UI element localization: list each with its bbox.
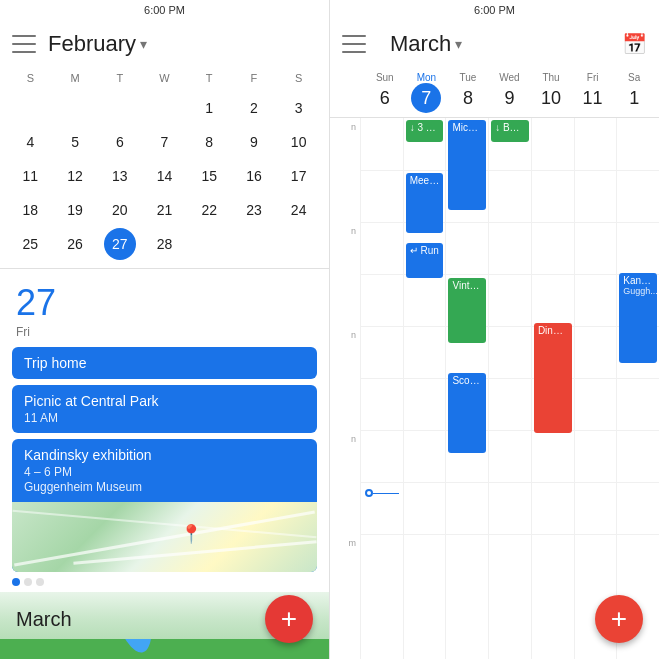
calendar-day-9[interactable]: 9 bbox=[238, 126, 270, 158]
time-empty3 bbox=[330, 382, 360, 434]
calendar-day-2[interactable]: 2 bbox=[238, 92, 270, 124]
event-kandinsky-time: 4 – 6 PM bbox=[24, 465, 305, 479]
time-n2: n bbox=[330, 226, 360, 278]
right-header-left: March ▾ bbox=[342, 31, 462, 57]
calendar-divider bbox=[0, 268, 329, 269]
events-list: Trip home Picnic at Central Park 11 AM K… bbox=[0, 347, 329, 572]
right-hamburger-icon[interactable] bbox=[342, 35, 366, 53]
tue-event-vintage[interactable]: Vintage clothes... bbox=[448, 278, 486, 343]
week-day-fri[interactable]: Fri 11 bbox=[572, 68, 614, 117]
calendar-day-19[interactable]: 19 bbox=[59, 194, 91, 226]
calendar-day-13[interactable]: 13 bbox=[104, 160, 136, 192]
hamburger-icon[interactable] bbox=[12, 35, 36, 53]
calendar-day-8[interactable]: 8 bbox=[193, 126, 225, 158]
calendar-day-12[interactable]: 12 bbox=[59, 160, 91, 192]
calendar-day-18[interactable]: 18 bbox=[14, 194, 46, 226]
calendar-day-6[interactable]: 6 bbox=[104, 126, 136, 158]
right-fab-button[interactable]: + bbox=[595, 595, 643, 643]
calendar-day-24[interactable]: 24 bbox=[283, 194, 315, 226]
event-date-number: 27 bbox=[16, 285, 56, 321]
scroll-dot-inactive-2 bbox=[36, 578, 44, 586]
mon-event-3re[interactable]: ↓ 3 Re... bbox=[406, 120, 444, 142]
calendar-day-11[interactable]: 11 bbox=[14, 160, 46, 192]
calendar-day-28[interactable]: 28 bbox=[148, 228, 180, 260]
left-month-title[interactable]: February ▾ bbox=[48, 31, 147, 57]
calendar-day-3[interactable]: 3 bbox=[283, 92, 315, 124]
calendar-day-20[interactable]: 20 bbox=[104, 194, 136, 226]
calendar-day-17[interactable]: 17 bbox=[283, 160, 315, 192]
tue-event-michel[interactable]: Michel... bbox=[448, 120, 486, 210]
day-col-thu: Dinner at Joe's bbox=[531, 118, 574, 659]
calendar-day-16[interactable]: 16 bbox=[238, 160, 270, 192]
time-n3: n bbox=[330, 330, 360, 382]
calendar-day-25[interactable]: 25 bbox=[14, 228, 46, 260]
calendar-day-7[interactable]: 7 bbox=[148, 126, 180, 158]
day-col-fri bbox=[574, 118, 617, 659]
time-gutter: n n n n m bbox=[330, 118, 360, 659]
event-trip-home[interactable]: Trip home bbox=[12, 347, 317, 379]
calendar-day-1[interactable]: 1 bbox=[193, 92, 225, 124]
right-header: March ▾ 📅 bbox=[330, 20, 659, 68]
day-col-wed: ↓ Buy f... bbox=[488, 118, 531, 659]
time-m: m bbox=[330, 538, 360, 590]
scroll-dot-inactive bbox=[24, 578, 32, 586]
calendar-day-26[interactable]: 26 bbox=[59, 228, 91, 260]
right-month-dropdown[interactable]: ▾ bbox=[455, 36, 462, 52]
calendar-day-4[interactable]: 4 bbox=[14, 126, 46, 158]
event-trip-home-title: Trip home bbox=[24, 355, 305, 371]
calendar-day-23[interactable]: 23 bbox=[238, 194, 270, 226]
calendar-day-14[interactable]: 14 bbox=[148, 160, 180, 192]
day-col-tue: Michel... Vintage clothes... Scott's bir… bbox=[445, 118, 488, 659]
week-day-thu[interactable]: Thu 10 bbox=[530, 68, 572, 117]
calendar-day-21[interactable]: 21 bbox=[148, 194, 180, 226]
calendar-day-empty bbox=[148, 92, 180, 124]
scroll-dot-active bbox=[12, 578, 20, 586]
left-fab-button[interactable]: + bbox=[265, 595, 313, 643]
calendar-day-10[interactable]: 10 bbox=[283, 126, 315, 158]
mon-event-meet[interactable]: Meet C... bbox=[406, 173, 444, 233]
time-gutter-header bbox=[334, 68, 364, 117]
day-header-t2: T bbox=[187, 68, 232, 88]
calendar-weeks: 1 2 3 4 5 6 7 8 9 10 11 12 13 14 15 16 bbox=[8, 92, 321, 260]
week-day-tue[interactable]: Tue 8 bbox=[447, 68, 489, 117]
tue-event-scotts[interactable]: Scott's birthda... bbox=[448, 373, 486, 453]
map-pin-icon: 📍 bbox=[180, 523, 196, 543]
calendar-day-empty bbox=[59, 92, 91, 124]
wed-event-buyf[interactable]: ↓ Buy f... bbox=[491, 120, 529, 142]
event-kandinsky-location: Guggenheim Museum bbox=[24, 480, 305, 494]
mon-event-run[interactable]: ↵ Run bbox=[406, 243, 444, 278]
event-picnic[interactable]: Picnic at Central Park 11 AM bbox=[12, 385, 317, 433]
week-day-wed[interactable]: Wed 9 bbox=[489, 68, 531, 117]
calendar-day-22[interactable]: 22 bbox=[193, 194, 225, 226]
event-kandinsky[interactable]: Kandinsky exhibition 4 – 6 PM Guggenheim… bbox=[12, 439, 317, 572]
time-empty2 bbox=[330, 278, 360, 330]
day-headers: S M T W T F S bbox=[8, 68, 321, 88]
calendar-day-5[interactable]: 5 bbox=[59, 126, 91, 158]
march-illustration bbox=[0, 639, 329, 659]
calendar-icon[interactable]: 📅 bbox=[622, 32, 647, 56]
week-day-sun[interactable]: Sun 6 bbox=[364, 68, 406, 117]
day-col-sat: Kandin Exhibiti... Guggh... bbox=[616, 118, 659, 659]
calendar-day-15[interactable]: 15 bbox=[193, 160, 225, 192]
month-dropdown-arrow[interactable]: ▾ bbox=[140, 36, 147, 52]
day-header-s2: S bbox=[276, 68, 321, 88]
march-preview: March bbox=[0, 592, 329, 659]
day-col-sun bbox=[360, 118, 403, 659]
calendar-week-2: 4 5 6 7 8 9 10 bbox=[8, 126, 321, 158]
week-day-mon[interactable]: Mon 7 bbox=[406, 68, 448, 117]
week-day-sat[interactable]: Sa 1 bbox=[613, 68, 655, 117]
calendar-day-27[interactable]: 27 bbox=[104, 228, 136, 260]
calendar-day-empty bbox=[283, 228, 315, 260]
thu-event-dinner[interactable]: Dinner at Joe's bbox=[534, 323, 572, 433]
right-month-title[interactable]: March ▾ bbox=[390, 31, 462, 57]
left-status-bar: 6:00 PM bbox=[0, 0, 329, 20]
sun-dot-event bbox=[365, 488, 399, 498]
sat-event-kandin[interactable]: Kandin Exhibiti... Guggh... bbox=[619, 273, 657, 363]
day-header-m: M bbox=[53, 68, 98, 88]
calendar-day-empty bbox=[104, 92, 136, 124]
calendar-day-empty bbox=[193, 228, 225, 260]
scroll-indicator bbox=[0, 572, 329, 592]
calendar-day-empty bbox=[14, 92, 46, 124]
calendar-day-empty bbox=[238, 228, 270, 260]
event-kandinsky-info: Kandinsky exhibition 4 – 6 PM Guggenheim… bbox=[12, 439, 317, 502]
